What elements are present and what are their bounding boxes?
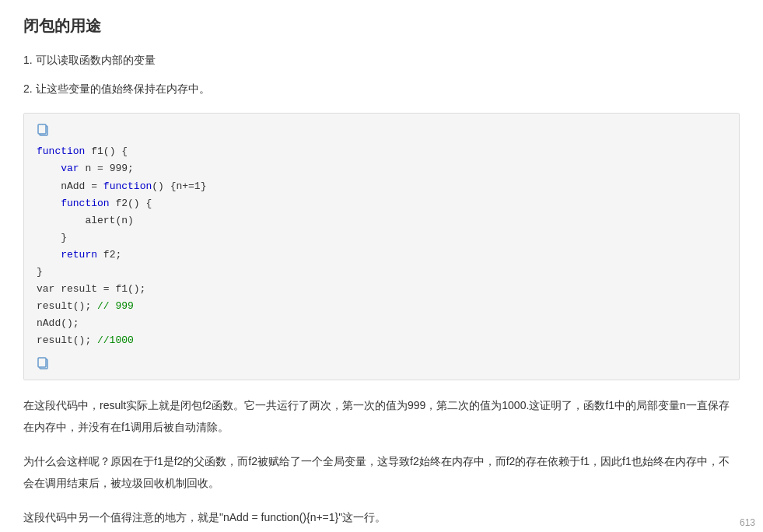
- list-item-1: 1. 可以读取函数内部的变量: [23, 51, 740, 70]
- list-item-2: 2. 让这些变量的值始终保持在内存中。: [23, 79, 740, 99]
- copy-icon-top[interactable]: [37, 123, 51, 137]
- paragraph-2: 为什么会这样呢？原因在于f1是f2的父函数，而f2被赋给了一个全局变量，这导致f…: [23, 450, 740, 494]
- paragraph-1: 在这段代码中，result实际上就是闭包f2函数。它一共运行了两次，第一次的值为…: [23, 394, 740, 438]
- page-title: 闭包的用途: [23, 16, 740, 37]
- code-content: function f1() { var n = 999; nAdd = func…: [37, 143, 726, 349]
- copy-icon-bottom[interactable]: [37, 356, 51, 370]
- footer-text: 613: [740, 517, 755, 528]
- svg-rect-1: [38, 124, 46, 134]
- code-block: function f1() { var n = 999; nAdd = func…: [23, 113, 740, 380]
- svg-rect-3: [38, 358, 46, 367]
- paragraph-3: 这段代码中另一个值得注意的地方，就是"nAdd = function(){n+=…: [23, 506, 740, 528]
